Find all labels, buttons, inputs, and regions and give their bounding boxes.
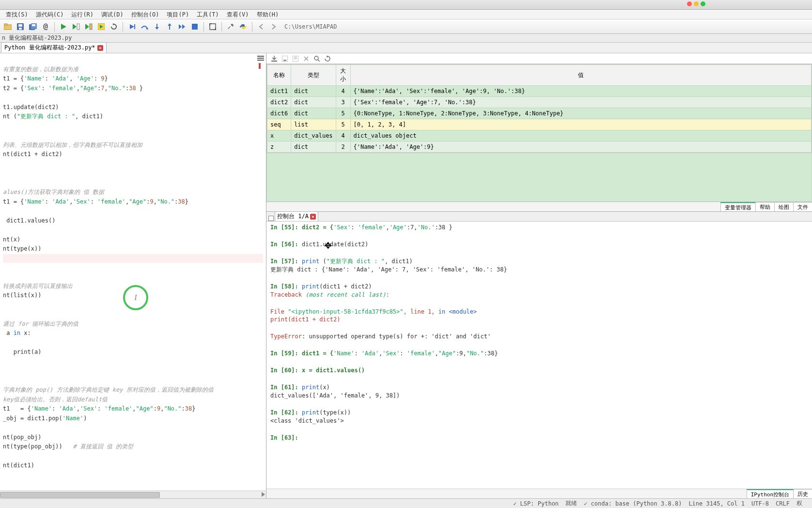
svg-marker-15 bbox=[113, 23, 115, 25]
main-toolbar: @ C:\Users\MIAPAD bbox=[0, 19, 812, 34]
editor-text[interactable]: 有重复的数据，以新数据为准 t1 = {'Name': 'Ada', 'Age'… bbox=[0, 53, 266, 473]
menu-console[interactable]: 控制台(O) bbox=[127, 10, 163, 19]
console-tab-bar: 控制台 1/A × bbox=[266, 212, 812, 222]
run-cell-advance-icon[interactable] bbox=[84, 22, 94, 32]
svg-rect-1 bbox=[4, 24, 7, 25]
tab-ipython-console[interactable]: IPython控制台 bbox=[747, 489, 794, 498]
svg-marker-8 bbox=[61, 24, 66, 30]
editor-tab[interactable]: Python 量化编程基础-2023.py* × bbox=[1, 42, 107, 53]
tab-variable-explorer[interactable]: 变量管理器 bbox=[720, 202, 756, 211]
delete-var-icon[interactable] bbox=[303, 56, 309, 62]
path-field[interactable]: C:\Users\MIAPAD bbox=[284, 23, 337, 30]
back-icon[interactable] bbox=[256, 22, 266, 32]
status-conda: ✓ conda: base (Python 3.8.8) bbox=[584, 500, 682, 507]
checkbox-icon[interactable] bbox=[268, 216, 274, 221]
status-eol: CRLF bbox=[776, 500, 790, 507]
close-icon[interactable]: × bbox=[310, 214, 316, 220]
restart-icon[interactable] bbox=[109, 22, 119, 32]
import-icon[interactable] bbox=[271, 56, 277, 62]
tab-plots[interactable]: 绘图 bbox=[774, 202, 794, 211]
svg-marker-18 bbox=[146, 28, 148, 30]
console-tab[interactable]: 控制台 1/A × bbox=[275, 211, 318, 221]
tab-history[interactable]: 历史 bbox=[793, 489, 812, 498]
svg-marker-24 bbox=[182, 24, 185, 29]
svg-rect-12 bbox=[90, 24, 92, 30]
code-editor[interactable]: 有重复的数据，以新数据为准 t1 = {'Name': 'Ada', 'Age'… bbox=[0, 53, 266, 498]
svg-marker-9 bbox=[73, 24, 77, 30]
console-bottom-tabs: IPython控制台 历史 bbox=[266, 489, 812, 498]
traffic-lights[interactable] bbox=[687, 1, 705, 6]
variable-row[interactable]: xdict_values4dict_values object bbox=[267, 130, 812, 142]
svg-rect-7 bbox=[32, 24, 35, 26]
debug-icon[interactable] bbox=[127, 22, 137, 32]
forward-icon[interactable] bbox=[269, 22, 279, 32]
continue-icon[interactable] bbox=[177, 22, 187, 32]
svg-rect-4 bbox=[19, 28, 22, 30]
variable-row[interactable]: seqlist5[0, 1, 2, 3, 4] bbox=[267, 119, 812, 130]
save-var-icon[interactable] bbox=[282, 56, 288, 62]
step-out-icon[interactable] bbox=[165, 22, 174, 32]
variable-row[interactable]: dict1dict4{'Name':'Ada', 'Sex':'female',… bbox=[267, 86, 812, 97]
close-icon[interactable]: × bbox=[97, 45, 103, 51]
svg-rect-17 bbox=[134, 24, 135, 29]
maximize-icon[interactable] bbox=[208, 22, 218, 32]
svg-rect-10 bbox=[77, 24, 79, 30]
options-icon[interactable] bbox=[257, 55, 264, 61]
window-title-bar bbox=[0, 0, 812, 10]
status-position: Line 3145, Col 1 bbox=[688, 500, 745, 507]
horizontal-scrollbar[interactable] bbox=[0, 491, 266, 498]
menu-debug[interactable]: 调试(D) bbox=[97, 10, 127, 19]
run-cell-icon[interactable] bbox=[71, 22, 81, 32]
python-icon[interactable] bbox=[238, 22, 248, 32]
search-var-icon[interactable] bbox=[314, 56, 320, 62]
saveall-icon[interactable] bbox=[28, 22, 38, 32]
svg-point-34 bbox=[314, 56, 318, 60]
svg-rect-32 bbox=[283, 60, 286, 61]
menu-run[interactable]: 运行(R) bbox=[67, 10, 97, 19]
menu-tools[interactable]: 工具(T) bbox=[193, 10, 223, 19]
run-icon[interactable] bbox=[59, 22, 68, 32]
svg-rect-3 bbox=[18, 24, 22, 27]
step-over-icon[interactable] bbox=[140, 22, 149, 32]
variable-row[interactable]: dict6dict5{0:NoneType, 1:NoneType, 2:Non… bbox=[267, 108, 812, 119]
svg-marker-11 bbox=[85, 24, 89, 30]
menu-project[interactable]: 项目(P) bbox=[163, 10, 193, 19]
variable-row[interactable]: dict2dict3{'Sex':'female', 'Age':7, 'No.… bbox=[267, 97, 812, 108]
right-panel-tabs: 变量管理器 帮助 绘图 文件 bbox=[266, 202, 812, 211]
at-icon[interactable]: @ bbox=[41, 22, 50, 32]
menu-bar: 查找(S) 源代码(C) 运行(R) 调试(D) 控制台(O) 项目(P) 工具… bbox=[0, 10, 812, 19]
tab-files[interactable]: 文件 bbox=[793, 202, 812, 211]
svg-rect-25 bbox=[192, 24, 198, 30]
wrench-icon[interactable] bbox=[226, 22, 235, 32]
marker-icon bbox=[259, 63, 261, 69]
status-lsp: ✓ LSP: Python bbox=[513, 500, 559, 507]
saveas-var-icon[interactable] bbox=[293, 56, 298, 62]
breadcrumb: n 量化编程基础-2023.py bbox=[0, 34, 812, 43]
svg-line-35 bbox=[318, 60, 320, 62]
menu-view[interactable]: 查看(V) bbox=[223, 10, 253, 19]
save-icon[interactable] bbox=[16, 22, 25, 32]
run-selection-icon[interactable] bbox=[96, 22, 106, 32]
stop-icon[interactable] bbox=[190, 22, 200, 32]
ipython-console[interactable]: In [55]: dict2 = {'Sex': 'female','Age':… bbox=[266, 222, 812, 489]
status-permission: 权 bbox=[796, 499, 802, 508]
svg-marker-16 bbox=[130, 24, 134, 29]
svg-marker-23 bbox=[179, 24, 182, 29]
folder-icon[interactable] bbox=[3, 22, 13, 32]
svg-rect-26 bbox=[210, 24, 216, 30]
refresh-var-icon[interactable] bbox=[325, 56, 330, 62]
menu-source[interactable]: 源代码(C) bbox=[32, 10, 68, 19]
variable-row[interactable]: zdict2{'Name':'Ada', 'Age':9} bbox=[267, 142, 812, 153]
status-kernel: 就绪 bbox=[565, 499, 577, 508]
step-into-icon[interactable] bbox=[152, 22, 162, 32]
variable-explorer[interactable]: 名称 类型 大小 值 dict1dict4{'Name':'Ada', 'Sex… bbox=[266, 64, 812, 153]
variable-toolbar bbox=[266, 53, 812, 64]
menu-help[interactable]: 帮助(H) bbox=[253, 10, 283, 19]
menu-find[interactable]: 查找(S) bbox=[2, 10, 32, 19]
status-bar: ✓ LSP: Python 就绪 ✓ conda: base (Python 3… bbox=[0, 498, 812, 508]
svg-rect-30 bbox=[271, 61, 277, 62]
svg-marker-20 bbox=[155, 27, 159, 30]
editor-tab-bar: Python 量化编程基础-2023.py* × bbox=[0, 43, 812, 53]
tab-help[interactable]: 帮助 bbox=[755, 202, 775, 211]
status-encoding: UTF-8 bbox=[751, 500, 769, 507]
